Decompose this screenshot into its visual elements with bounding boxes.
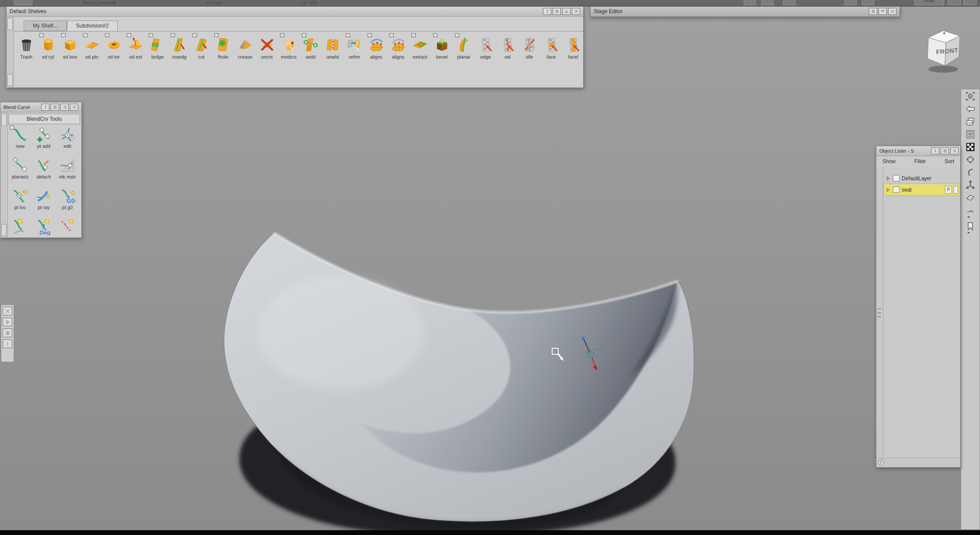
surface-plane-icon[interactable] [964,192,977,203]
shelf-tool-sd-pln[interactable]: sd pln [81,33,103,66]
option-box-icon[interactable] [214,33,219,37]
bookmark-icon[interactable] [964,220,977,232]
option-box-icon[interactable] [302,33,306,37]
shelf-tool-uncrs[interactable]: uncrs [256,33,278,66]
expander-icon[interactable] [886,187,891,192]
shelf-tool-fhole[interactable]: fhole [212,33,234,66]
shelf-tool-sd-box[interactable]: sd box [59,33,81,66]
dots-icon[interactable] [41,104,49,111]
collapse-up-icon[interactable] [562,8,570,15]
snap-button[interactable]: Snap [914,0,944,5]
toolbar-button-icon[interactable] [948,0,961,5]
pickable-badge[interactable]: P [945,186,952,194]
option-box-icon[interactable] [127,33,131,37]
blend-grip-handle[interactable] [0,112,8,238]
stage-editor-titlebar[interactable]: Stage Editor [591,7,900,17]
back-arrow-icon[interactable] [964,103,977,115]
visibility-checkbox[interactable] [893,175,900,182]
shelf-tool-aligns[interactable]: aligns [387,33,409,66]
view-cube[interactable]: ∎˙ FRONT [920,23,966,74]
collapse-left-icon[interactable] [60,104,69,111]
collapse-down-icon[interactable] [878,8,887,15]
close-icon[interactable] [950,147,959,154]
toolbar-button-icon[interactable] [761,0,774,5]
dots-icon[interactable] [543,8,551,15]
shelf-tool-sel[interactable]: sel [497,33,518,66]
tab-subdivision-2[interactable]: Subdivision#2 [67,21,118,31]
shelf-tool-insedg[interactable]: insedg [168,33,190,66]
toolbar-button-icon[interactable] [744,0,756,5]
checker-grid-icon[interactable] [964,128,977,140]
blend-curve-titlebar[interactable]: Blend Curve [0,102,81,112]
option-box-icon[interactable] [389,33,394,37]
shelf-tool-edge[interactable]: edge [475,33,497,66]
window-control-icon[interactable] [14,0,32,5]
shelf-tool-crease[interactable]: crease [234,33,256,66]
blendcrv-tool-new[interactable]: new [8,124,32,155]
move-manipulator-icon[interactable] [964,179,977,191]
object-lister-titlebar[interactable]: Object Lister - S [876,146,960,156]
list-icon[interactable] [553,8,561,15]
option-box-icon[interactable] [346,33,350,37]
rotate-rings-icon[interactable] [964,154,977,165]
shelf-tool-refrm[interactable]: refrm [343,33,365,66]
list-icon[interactable] [51,104,59,111]
option-box-icon[interactable] [105,33,109,37]
visibility-checkbox[interactable] [893,186,900,193]
expander-icon[interactable] [886,176,891,181]
layers-icon[interactable] [964,115,977,127]
viewport-3d-canvas[interactable] [188,197,713,535]
close-icon[interactable] [70,104,78,111]
toolbar-button-icon[interactable] [963,0,976,5]
shelf-grip-handle[interactable] [7,17,14,87]
left-dock-list-icon[interactable] [3,329,12,337]
shelf-tool-brdge[interactable]: brdge [147,33,168,66]
shelf-tool-alignc[interactable]: alignc [365,33,387,66]
blendcrv-tool-pt-ray[interactable]: pt ray [32,185,56,216]
blendcrv-tool-planariz[interactable]: planariz [8,155,32,185]
toolbar-button-icon[interactable] [862,0,874,5]
blendcrv-tool-edit[interactable]: edit [56,124,79,155]
object-lister-menu-sort[interactable]: Sort [945,158,954,164]
arc-curve-icon[interactable] [964,166,977,178]
list-icon[interactable] [941,147,949,154]
object-lister-row-defaultlayer[interactable]: DefaultLayer [884,173,959,184]
shelf-tool-cut[interactable]: cut [190,33,212,66]
option-box-icon[interactable] [280,33,284,37]
option-box-icon[interactable] [433,33,438,37]
object-lister-menu-show[interactable]: Show [882,158,896,164]
option-box-icon[interactable] [10,126,14,129]
left-dock-expand-right-icon[interactable] [3,318,12,326]
object-lister-menu-filter[interactable]: Filter [914,158,926,164]
blendcrv-tool-mk-mstr[interactable]: mk mstr [56,155,79,185]
shelf-tool-sd-ext[interactable]: sd ext [125,33,147,66]
option-box-icon[interactable] [192,33,197,37]
row-handle[interactable] [953,186,958,194]
tab-my-shelf[interactable]: My Shelf... [24,21,67,31]
dots-icon[interactable] [931,147,939,154]
blendcrv-tool-pt-loc[interactable]: pt loc [8,185,32,216]
axes-tripod-icon[interactable] [964,204,977,216]
blendcrv-tool-clipped[interactable] [56,216,79,238]
shelf-tool-modcrs[interactable]: modcrs [278,33,300,66]
blendcrv-tool-clipped[interactable]: Deg [32,216,56,238]
shelf-tool-extract[interactable]: extract [409,33,431,66]
shelf-tool-face[interactable]: face [540,33,562,66]
info-icon[interactable] [878,459,884,466]
shelf-tool-planar[interactable]: planar [453,33,475,66]
dropdown-caret-icon[interactable] [967,217,970,219]
toolbar-button-icon[interactable] [783,0,795,5]
option-box-icon[interactable] [411,33,416,37]
object-lister-scroll-grip[interactable] [876,167,883,457]
dropdown-caret-icon[interactable] [967,232,970,235]
shelf-tool-sd-cyl[interactable]: sd cyl [37,33,59,66]
frame-selection-icon[interactable] [964,90,977,102]
blendcrv-tool-pt-add[interactable]: pt add [32,124,56,155]
option-box-icon[interactable] [39,33,44,37]
shelf-tool-unwld[interactable]: unwld [322,33,343,66]
shelf-tool-sd-tor[interactable]: sd tor [103,33,125,66]
list-icon[interactable] [869,8,877,15]
option-box-icon[interactable] [455,33,459,37]
shelf-tool-weld[interactable]: weld [300,33,322,66]
shelf-tool-Trash[interactable]: Trash [15,33,37,66]
